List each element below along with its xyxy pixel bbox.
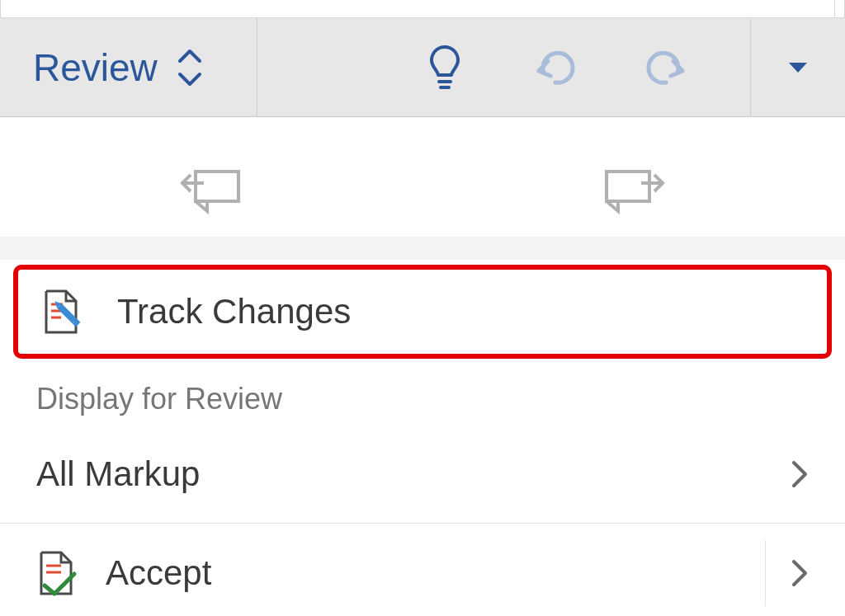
- undo-icon: [532, 48, 578, 87]
- display-for-review-label: Display for Review: [0, 364, 845, 425]
- undo-button[interactable]: [529, 41, 582, 94]
- accept-label: Accept: [106, 553, 211, 593]
- chevron-right-icon: [791, 459, 809, 489]
- svg-marker-2: [789, 63, 807, 73]
- ribbon-toolbar: Review: [0, 18, 845, 117]
- next-comment-button[interactable]: [422, 144, 845, 237]
- comments-navigation-row: [0, 143, 845, 237]
- track-changes-label: Track Changes: [117, 292, 351, 332]
- previous-comment-button[interactable]: [0, 144, 422, 237]
- toolbar-overflow-button[interactable]: [750, 18, 845, 116]
- ribbon-tab-picker[interactable]: Review: [0, 18, 257, 116]
- track-changes-button[interactable]: Track Changes: [13, 265, 832, 359]
- svg-rect-5: [607, 172, 649, 201]
- track-changes-icon: [41, 288, 86, 336]
- markup-selector[interactable]: All Markup: [0, 425, 845, 524]
- dropdown-triangle-icon: [787, 61, 809, 74]
- accept-button[interactable]: Accept: [0, 524, 845, 616]
- redo-icon: [643, 48, 689, 87]
- updown-icon: [176, 46, 204, 89]
- svg-rect-10: [57, 303, 77, 323]
- previous-comment-icon: [179, 165, 243, 216]
- split-button-divider: [765, 540, 766, 606]
- document-edge: [0, 0, 845, 18]
- svg-rect-3: [196, 172, 238, 201]
- redo-button[interactable]: [640, 41, 692, 94]
- lightbulb-icon: [427, 44, 462, 92]
- tell-me-button[interactable]: [418, 41, 471, 94]
- chevron-right-icon[interactable]: [791, 558, 809, 588]
- accept-icon: [36, 549, 81, 597]
- section-separator: [0, 237, 845, 260]
- next-comment-icon: [602, 165, 666, 216]
- ribbon-tab-label: Review: [33, 45, 158, 90]
- markup-value: All Markup: [36, 454, 200, 494]
